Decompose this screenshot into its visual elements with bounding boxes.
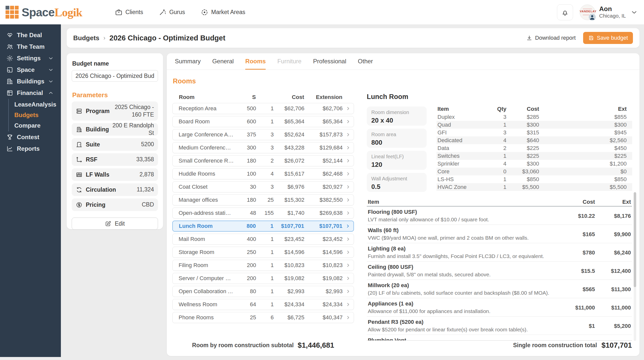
breadcrumb-budgets-link[interactable]: Budgets [73, 34, 99, 42]
item-ext: $12,400 [595, 264, 632, 280]
param-row-lf-walls[interactable]: LF Walls 2,878 [72, 168, 158, 181]
table-row[interactable]: Coat Closet303$6,976$20,927 [172, 181, 354, 192]
table-row[interactable]: Large Conference Area3753$52,624$157,873 [172, 129, 354, 140]
tab-other[interactable]: Other [358, 58, 373, 70]
edit-parameters-button[interactable]: Edit [72, 218, 158, 230]
sidebar-item-space[interactable]: Space [0, 64, 61, 76]
room-cost: $14,596 [274, 249, 304, 255]
avatar[interactable]: VANDELAY [580, 5, 595, 20]
table-row[interactable]: Lunch Room8001$107,701$107,701 [172, 221, 354, 232]
room-size: 200 [234, 262, 256, 269]
sidebar-item-buildings[interactable]: Buildings [0, 76, 61, 87]
sidebar-item-the-team[interactable]: The Team [0, 41, 61, 53]
table-row[interactable]: Reception Area5001$62,706$62,706 [172, 103, 354, 114]
user-info[interactable]: Aon Chicago, IL [599, 5, 626, 19]
room-size: 250 [234, 249, 256, 255]
room-name: Mail Room [173, 236, 234, 242]
room-name: Large Conference Area [173, 131, 234, 138]
table-row[interactable]: Open-address stations48155$1,740$269,638 [172, 208, 354, 219]
chevron-right-icon [343, 106, 354, 111]
param-row-building[interactable]: Building 200 E Randolph St [72, 123, 158, 136]
download-report-button[interactable]: Download report [526, 35, 576, 41]
item-cost: $1 [565, 319, 595, 335]
chevron-down-icon[interactable] [630, 9, 638, 16]
chevron-right-icon [343, 145, 354, 150]
room-extension: $62,468 [304, 171, 343, 177]
door-icon [76, 141, 83, 148]
room-cost: $10,823 [274, 262, 304, 269]
table-row[interactable]: Open Collaboration Area801$2,993$2,993 [172, 286, 354, 297]
room-size: 400 [234, 236, 256, 242]
nav-item-market-areas[interactable]: Market Areas [201, 9, 246, 16]
qty-table-row: HVAC Zone1$5,500$5,500 [436, 183, 632, 191]
detail-scrollbar[interactable] [634, 192, 636, 341]
col-size: S [234, 94, 256, 100]
table-row[interactable]: Small Conference Room1802$26,072$52,144 [172, 155, 354, 166]
app-title: SpaceLogik [22, 6, 82, 19]
param-row-pricing[interactable]: Pricing CBD [72, 198, 158, 211]
sidebar-item-budgets[interactable]: Budgets [9, 110, 61, 120]
cost-table-row-clipped: Plumbing Vent [367, 335, 632, 341]
sidebar-item-compare[interactable]: Compare [9, 120, 61, 131]
wand-icon [159, 9, 166, 16]
space-icon [6, 66, 13, 73]
tab-general[interactable]: General [212, 58, 234, 70]
item-name: Flooring (800 USF) [368, 209, 565, 215]
table-row[interactable]: Wellness Room641$24,334$24,334 [172, 299, 354, 310]
param-row-suite[interactable]: Suite 5200 [72, 138, 158, 151]
nav-item-gurus[interactable]: Gurus [159, 9, 185, 16]
room-cost: $23,452 [274, 236, 304, 242]
room-cost: $6,976 [274, 184, 304, 190]
item-ext: $11,000 [595, 301, 632, 316]
nav-item-clients[interactable]: Clients [115, 9, 143, 16]
sidebar-item-financial[interactable]: Financial [0, 87, 61, 99]
sidebar-item-the-deal[interactable]: The Deal [0, 29, 61, 41]
room-qty: 2 [256, 158, 274, 164]
room-extension: $14,596 [304, 249, 343, 255]
cost-table-row: Lighting (8 ea)Furnish and install 3.5" … [367, 243, 632, 262]
sidebar-item-leaseanalysis[interactable]: LeaseAnalysis [9, 99, 61, 110]
scrollbar-thumb[interactable] [634, 192, 636, 287]
notifications-button[interactable] [557, 4, 573, 20]
tab-professional[interactable]: Professional [313, 58, 346, 70]
table-row[interactable]: Phone Rooms256$6,725$40,347 [172, 312, 354, 323]
table-row[interactable]: Huddle Rooms1004$15,617$62,468 [172, 168, 354, 179]
table-row[interactable]: Mail Room4001$23,452$23,452 [172, 234, 354, 245]
stat-label: Wall Adjustment [371, 176, 422, 182]
nav-label: Gurus [169, 9, 185, 16]
param-row-circulation[interactable]: Circulation 11,324 [72, 183, 158, 196]
table-row[interactable]: Storage Room2501$14,596$14,596 [172, 247, 354, 258]
stat-value: 120 [371, 161, 422, 169]
table-row[interactable]: Medium Conference Room3003$43,228$129,68… [172, 142, 354, 153]
tab-summary[interactable]: Summary [175, 58, 201, 70]
total-value: $107,701 [601, 341, 632, 349]
table-row[interactable]: Board Room6001$65,364$65,364 [172, 116, 354, 127]
room-extension: $129,684 [304, 144, 343, 151]
sidebar-item-contest[interactable]: Contest [0, 131, 61, 143]
chevron-right-icon [343, 171, 354, 176]
cost-table-row: Ceiling (800 USF)Painted drywall, 5/8" o… [367, 262, 632, 280]
save-budget-button[interactable]: Save budget [583, 32, 633, 44]
room-name: Reception Area [173, 105, 234, 112]
budget-name-input[interactable] [72, 70, 158, 82]
buildings-icon [6, 78, 13, 85]
room-detail-title: Lunch Room [367, 93, 408, 101]
table-row[interactable]: Manager offices18025$15,302$382,550 [172, 194, 354, 205]
param-row-program[interactable]: Program 2025 Chicago - 160 FTE [72, 101, 158, 121]
sidebar: The Deal The Team Settings Space Buildin… [0, 24, 61, 357]
parameters-title: Parameters [72, 91, 158, 99]
sidebar-item-reports[interactable]: Reports [0, 143, 61, 155]
item-cost: $10.22 [565, 209, 595, 225]
table-row[interactable]: Server / Computer Room2001$19,082$19,082 [172, 273, 354, 284]
room-cost: $26,072 [274, 158, 304, 164]
param-row-rsf[interactable]: RSF 33,358 [72, 153, 158, 166]
table-row[interactable]: Filing Room2001$10,823$10,823 [172, 260, 354, 271]
app-logo[interactable]: SpaceLogik [6, 6, 82, 19]
chevron-right-icon [343, 132, 354, 137]
chevron-down-icon [48, 78, 54, 84]
sidebar-item-settings[interactable]: Settings [0, 53, 61, 64]
tab-rooms[interactable]: Rooms [245, 58, 266, 70]
item-description: Allow $5200 for pendant or linear fixtur… [368, 327, 565, 332]
user-org: Aon [599, 5, 626, 13]
nav-label: Market Areas [211, 9, 246, 16]
